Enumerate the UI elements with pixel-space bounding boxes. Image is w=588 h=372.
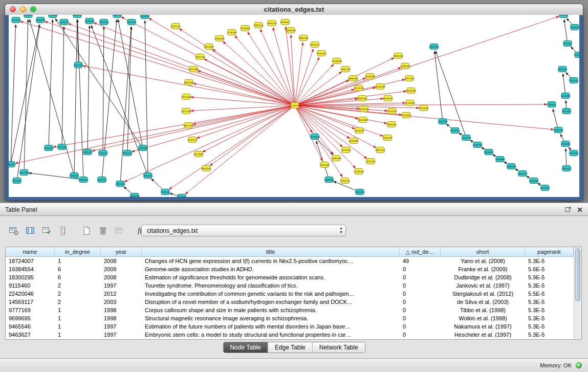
network-node[interactable]: 19861916 xyxy=(298,35,309,41)
column-header-short[interactable]: short xyxy=(441,247,525,256)
network-node[interactable]: 19412461 xyxy=(204,44,214,50)
network-node[interactable]: 21072823 xyxy=(193,151,204,157)
network-node[interactable]: 18636294 xyxy=(286,28,296,33)
network-node[interactable]: 21228824 xyxy=(240,26,250,31)
network-node[interactable]: 20551322 xyxy=(73,62,83,68)
network-node[interactable]: 19565402 xyxy=(386,122,397,127)
column-header-out_de[interactable]: △ out_de… xyxy=(400,247,441,256)
network-node[interactable]: 17586536 xyxy=(332,58,342,64)
network-node[interactable]: 1724091 xyxy=(291,103,299,108)
column-header-pagerank[interactable]: pagerank xyxy=(525,247,574,256)
network-node[interactable]: 19337313 xyxy=(82,149,93,155)
network-node[interactable]: 11431756 xyxy=(36,17,46,23)
network-node[interactable]: 25261650 xyxy=(122,150,133,156)
network-node[interactable]: 18923514 xyxy=(355,189,365,195)
network-node[interactable]: 16461218 xyxy=(267,20,277,26)
column-header-year[interactable]: year xyxy=(101,247,142,256)
network-node[interactable]: 18381903 xyxy=(9,162,16,167)
delete-table-icon[interactable] xyxy=(96,225,110,237)
network-node[interactable]: 25260600 xyxy=(43,145,54,151)
network-node[interactable]: 9634505 xyxy=(24,15,33,18)
network-node[interactable]: 14584014 xyxy=(557,67,568,72)
network-node[interactable]: 9275342 xyxy=(563,41,572,47)
column-header-name[interactable]: name xyxy=(6,247,55,256)
show-hide-columns-icon[interactable] xyxy=(24,225,37,237)
network-node[interactable]: 16958048 xyxy=(506,164,516,169)
network-node[interactable]: 18847825 xyxy=(184,80,194,85)
network-node[interactable]: 14850333 xyxy=(393,53,403,59)
tab-node-table[interactable]: Node Table xyxy=(223,342,268,353)
network-node[interactable]: 21609745 xyxy=(99,19,109,25)
network-node[interactable]: 15057974 xyxy=(341,147,351,153)
network-node[interactable]: 17999382 xyxy=(138,145,148,151)
network-node[interactable]: 19885391 xyxy=(348,76,358,81)
network-node[interactable]: 18698321 xyxy=(72,15,82,18)
network-node[interactable]: 12102616 xyxy=(405,100,415,106)
network-node[interactable]: 20071348 xyxy=(188,67,199,72)
column-header-title[interactable]: title xyxy=(142,247,400,256)
network-node[interactable]: 22261253 xyxy=(170,24,181,29)
network-node[interactable]: 7624504 xyxy=(161,189,170,195)
network-node[interactable]: 16461861 xyxy=(357,96,367,101)
network-node[interactable]: 19379518 xyxy=(450,128,460,134)
table-row[interactable]: 1872400712008Changes of HCN gene express… xyxy=(6,257,574,265)
network-node[interactable]: 18985136 xyxy=(331,156,341,161)
tab-network-table[interactable]: Network Table xyxy=(312,342,365,353)
new-file-icon[interactable] xyxy=(80,225,93,237)
network-node[interactable]: 15905153 xyxy=(97,177,107,183)
network-node[interactable]: 17485606 xyxy=(400,63,410,69)
network-node[interactable]: 12116179 xyxy=(387,108,397,114)
network-node[interactable]: 17554605 xyxy=(115,181,125,187)
float-panel-icon[interactable] xyxy=(565,205,572,214)
network-node[interactable]: 19404056 xyxy=(358,117,368,123)
network-node[interactable]: 19565013 xyxy=(140,15,150,19)
table-row[interactable]: 977716911998Corpus callosum shape and si… xyxy=(6,306,574,314)
network-node[interactable]: 15454981 xyxy=(560,93,571,99)
network-node[interactable]: 22084064 xyxy=(214,36,225,41)
network-node[interactable]: 12365125 xyxy=(340,178,350,184)
network-window-titlebar[interactable]: citations_edges.txt xyxy=(5,4,583,15)
table-row[interactable]: 1938455462009Genome-wide association stu… xyxy=(6,265,574,273)
network-node[interactable]: 16817344 xyxy=(195,54,205,60)
network-node[interactable]: 19261575 xyxy=(187,137,198,143)
network-node[interactable]: 23831918 xyxy=(129,193,140,198)
column-header-in_degree[interactable]: in_degree xyxy=(55,247,101,256)
network-node[interactable]: 16585455 xyxy=(69,173,79,179)
network-node[interactable]: 16451821 xyxy=(561,108,572,114)
network-node[interactable]: 20503372 xyxy=(59,19,69,25)
vertical-scrollbar[interactable] xyxy=(574,247,581,339)
network-node[interactable]: 18945417 xyxy=(517,171,528,177)
network-node[interactable]: 18957215 xyxy=(375,147,385,153)
network-node[interactable]: 12160516 xyxy=(359,106,369,112)
network-node[interactable]: 11132130 xyxy=(569,78,579,83)
network-node[interactable]: 17710314 xyxy=(569,150,579,156)
network-node[interactable]: 17913448 xyxy=(319,162,330,168)
table-settings-icon[interactable] xyxy=(7,225,20,237)
network-node[interactable]: 10821301 xyxy=(553,127,563,133)
network-node[interactable]: 18416821 xyxy=(558,15,569,18)
table-row[interactable]: 946554611997Estimation of the future num… xyxy=(6,322,574,331)
network-canvas[interactable]: 1527376096345051143175617554300205033721… xyxy=(9,15,579,197)
tab-edge-table[interactable]: Edge Table xyxy=(268,342,312,353)
network-node[interactable]: 16155275 xyxy=(126,19,137,25)
network-node[interactable]: 12610651 xyxy=(143,173,153,179)
network-node[interactable]: 19245013 xyxy=(561,166,572,171)
network-node[interactable]: 1595811 xyxy=(548,102,556,107)
network-node[interactable]: 17785180 xyxy=(227,30,237,35)
select-all-icon[interactable] xyxy=(40,225,53,237)
scrollbar-thumb[interactable] xyxy=(575,248,580,301)
network-node[interactable]: 19424949 xyxy=(574,52,579,58)
network-node[interactable]: 18301022 xyxy=(201,166,211,171)
network-node[interactable]: 14512305 xyxy=(365,159,376,164)
import-table-icon[interactable] xyxy=(113,225,126,237)
network-node[interactable]: 15476878 xyxy=(365,74,375,79)
network-node[interactable]: 10839547 xyxy=(324,177,334,183)
network-node[interactable]: 21173776 xyxy=(354,85,364,91)
table-row[interactable]: 911546021997Tourette syndrome. Phenomeno… xyxy=(6,281,574,290)
network-node[interactable]: 21949998 xyxy=(495,157,505,162)
network-node[interactable]: 16771764 xyxy=(181,108,191,114)
network-node[interactable]: 15273760 xyxy=(11,17,21,23)
network-node[interactable]: 15014109 xyxy=(181,94,191,100)
network-node[interactable]: 16648794 xyxy=(429,44,439,50)
network-node[interactable]: 20671252 xyxy=(183,123,193,128)
